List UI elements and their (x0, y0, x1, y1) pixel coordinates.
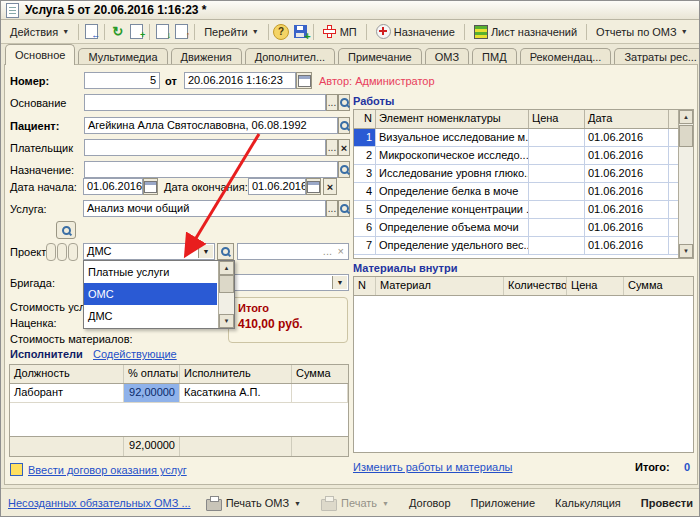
tab-multimedia[interactable]: Мультимедиа (78, 48, 167, 65)
reread-button[interactable]: ↻ (109, 23, 126, 40)
omz-missing-link[interactable]: Несозданных обязательных ОМЗ ... (8, 497, 191, 509)
save-button[interactable]: + (292, 23, 309, 40)
column-header[interactable]: Сумма (624, 277, 693, 295)
date-start-field[interactable]: 01.06.2016 (83, 178, 143, 195)
tab-zatraty[interactable]: Затраты рес... (614, 48, 700, 65)
enter-contract-link[interactable]: Ввести договор оказания услуг (28, 464, 187, 476)
date-cell[interactable]: 01.06.2016 (585, 165, 669, 183)
print-button[interactable]: Печать▼ (316, 493, 394, 514)
tab-pmd[interactable]: ПМД (472, 48, 517, 65)
service-lookup-button[interactable] (56, 221, 76, 239)
column-header[interactable]: Количество (504, 277, 567, 295)
load-button[interactable]: ↓ (154, 23, 171, 40)
appointment-field[interactable] (84, 161, 338, 178)
tab-rekomendacii[interactable]: Рекомендац... (520, 48, 612, 65)
table-row[interactable]: 7 Определение удельного вес... 01.06.201… (354, 237, 693, 255)
payer-clear-button[interactable]: × (338, 139, 350, 156)
tab-osnovnoe[interactable]: Основное (5, 44, 75, 65)
date-cell[interactable]: 01.06.2016 (585, 219, 669, 237)
payer-ellipsis-button[interactable]: ... (326, 139, 338, 156)
column-header[interactable]: Дата (585, 110, 669, 128)
appointment-search-button[interactable] (338, 161, 350, 178)
table-row[interactable]: 1 Визуальное исследование м... 01.06.201… (354, 129, 693, 147)
row-number-cell[interactable]: 2 (354, 147, 376, 165)
scroll-up-icon[interactable]: ▲ (219, 261, 234, 275)
price-cell[interactable] (529, 237, 585, 255)
patient-field[interactable]: Агейкина Алла Святославовна, 06.08.1992 (84, 117, 338, 134)
row-number-cell[interactable]: 7 (354, 237, 376, 255)
nomenclature-cell[interactable]: Исследование уровня глюко... (376, 165, 529, 183)
date-end-clear-button[interactable]: × (323, 178, 337, 195)
dropdown-scrollbar[interactable]: ▲ ▼ (218, 261, 234, 328)
date-cell[interactable]: 01.06.2016 (585, 147, 669, 165)
basis-ellipsis-button[interactable]: ... (326, 94, 338, 111)
edit-works-materials-link[interactable]: Изменить работы и материалы (353, 461, 512, 473)
tab-primechanie[interactable]: Примечание (338, 48, 422, 65)
omz-reports-menu-button[interactable]: Отчеты по ОМЗ▼ (591, 23, 693, 41)
contract-button[interactable]: Договор (404, 494, 456, 512)
table-row[interactable]: 3 Исследование уровня глюко... 01.06.201… (354, 165, 693, 183)
row-number-cell[interactable]: 5 (354, 201, 376, 219)
appointment-button[interactable]: Назначение (371, 21, 460, 42)
column-header[interactable]: Сумма (292, 365, 348, 383)
unload-button[interactable]: ↑ (173, 23, 190, 40)
appointment-sheet-button[interactable]: Лист назначений (469, 22, 582, 42)
calculation-button[interactable]: Калькуляция (550, 494, 626, 512)
nomenclature-cell[interactable]: Микроскопическое исследо... (376, 147, 529, 165)
combo-arrow-icon[interactable]: ▼ (198, 245, 213, 258)
date-cell[interactable]: 01.06.2016 (585, 183, 669, 201)
post-button[interactable]: Провести (636, 494, 698, 512)
row-number-cell[interactable]: 1 (354, 129, 376, 147)
tab-dopolnitelno[interactable]: Дополнител... (245, 48, 335, 65)
mp-button[interactable]: МП (318, 22, 362, 42)
row-number-cell[interactable]: 3 (354, 165, 376, 183)
post-and-close-button[interactable]: ← (83, 23, 100, 40)
position-cell[interactable]: Лаборант (10, 384, 124, 403)
dropdown-option-dms[interactable]: ДМС (84, 305, 217, 327)
assisting-link[interactable]: Содействующие (93, 348, 177, 360)
executor-cell[interactable]: Касаткина А.П. (180, 384, 292, 403)
scroll-down-icon[interactable]: ▼ (219, 314, 234, 328)
copy-button[interactable]: + (128, 23, 145, 40)
price-cell[interactable] (529, 165, 585, 183)
table-row[interactable]: 4 Определение белка в моче 01.06.2016 (354, 183, 693, 201)
nomenclature-cell[interactable]: Определение удельного вес... (376, 237, 529, 255)
scroll-thumb[interactable] (679, 125, 693, 147)
date-end-calendar-button[interactable] (306, 178, 321, 195)
annex-button[interactable]: Приложение (466, 494, 541, 512)
table-row[interactable]: 6 Определение объема мочи 01.06.2016 (354, 219, 693, 237)
project-combo[interactable]: ДМС▼ (83, 243, 215, 260)
column-header[interactable]: Цена (567, 277, 624, 295)
history-capsule-icon[interactable] (46, 243, 56, 261)
nomenclature-cell[interactable]: Определение концентрации ... (376, 201, 529, 219)
date-end-field[interactable]: 01.06.2016 (248, 178, 306, 195)
percent-cell[interactable]: 92,00000 (124, 384, 180, 403)
column-header[interactable]: N (354, 110, 376, 128)
date-start-calendar-button[interactable] (143, 178, 158, 195)
print-omz-button[interactable]: Печать ОМЗ▼ (201, 493, 306, 514)
column-header[interactable]: Исполнитель (180, 365, 292, 383)
column-header[interactable]: N (354, 277, 376, 295)
price-cell[interactable] (529, 183, 585, 201)
dropdown-option-platnye[interactable]: Платные услуги (84, 261, 217, 283)
nomenclature-cell[interactable]: Визуальное исследование м... (376, 129, 529, 147)
column-header[interactable]: Материал (376, 277, 504, 295)
service-search-button[interactable] (338, 200, 350, 217)
history-capsule-icon[interactable] (57, 243, 67, 261)
project-search-button[interactable] (217, 243, 234, 260)
date-cell[interactable]: 01.06.2016 (585, 201, 669, 219)
column-header[interactable]: Элемент номенклатуры (376, 110, 529, 128)
column-header[interactable]: Должность (10, 365, 124, 383)
actions-menu-button[interactable]: Действия▼ (5, 23, 74, 41)
patient-search-button[interactable] (338, 117, 350, 134)
price-cell[interactable] (529, 147, 585, 165)
sum-cell[interactable] (292, 384, 348, 403)
history-capsule-icon[interactable] (68, 243, 78, 261)
scroll-up-icon[interactable]: ▲ (679, 110, 693, 124)
service-ellipsis-button[interactable]: ... (326, 200, 338, 217)
scroll-down-icon[interactable]: ▼ (679, 244, 693, 258)
number-field[interactable]: 5 (84, 72, 160, 89)
datetime-calendar-button[interactable] (296, 72, 312, 89)
combo-arrow-icon[interactable]: ▼ (332, 276, 347, 289)
row-number-cell[interactable]: 4 (354, 183, 376, 201)
